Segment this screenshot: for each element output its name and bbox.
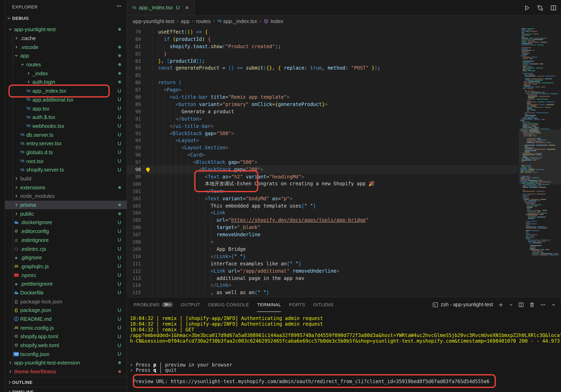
code-line-89[interactable]: 89 <button variant="primary" onClick={ge… <box>127 101 518 108</box>
code-line-94[interactable]: 94 <Layout> <box>127 137 518 144</box>
tree-item-app[interactable]: app <box>5 51 127 60</box>
tree-item--vscode[interactable]: .vscode <box>5 43 127 51</box>
tree-item-shopify-app-toml[interactable]: ⚙shopify.app.tomlU <box>5 332 127 341</box>
code-line-114[interactable]: 114 </Link> <box>127 282 518 289</box>
tree-item-root-tsx[interactable]: TSroot.tsxU <box>5 157 127 165</box>
panel-tab-gitlens[interactable]: GITLENS <box>313 297 334 312</box>
tree-item-dockerfile[interactable]: DockerfileU <box>5 288 127 297</box>
code-line-91[interactable]: 91 </button> <box>127 115 518 123</box>
code-line-99[interactable]: 99 <Text as="h2" variant="headingMd"> <box>127 173 518 180</box>
code-line-81[interactable]: 81 shopify.toast.show("Product created")… <box>127 43 518 50</box>
tree-item-theme-feierfitness[interactable]: theme-feierfitness <box>5 367 127 376</box>
tree-item-app-ysunlight-test[interactable]: app-ysunlight-test <box>5 25 127 34</box>
tree-item--dockerignore[interactable]: .dockerignoreU <box>5 218 127 227</box>
code-line-103[interactable]: 103 This embedded app template uses{" "} <box>127 202 518 209</box>
tree-item-db-server-ts[interactable]: TSdb.server.tsU <box>5 130 127 139</box>
open-changes-icon[interactable] <box>537 4 544 11</box>
code-line-115[interactable]: 115 , as well as an{" "} <box>127 289 518 296</box>
tree-item--npmrc[interactable]: .npmrcU <box>5 271 127 280</box>
breadcrumb-item-app[interactable]: app <box>181 18 189 24</box>
terminal-dropdown-icon[interactable] <box>509 302 513 307</box>
tree-item-public[interactable]: public <box>5 209 127 218</box>
panel-tab-ports[interactable]: PORTS <box>289 297 305 312</box>
tree-item-shopify-web-toml[interactable]: ⚙shopify.web.tomlU <box>5 341 127 350</box>
code-line-95[interactable]: 95 <Layout.Section> <box>127 144 518 151</box>
tree-item-app-ysunlight-test-extension[interactable]: app-ysunlight-test-extension <box>5 359 127 367</box>
split-terminal-icon[interactable] <box>518 302 524 308</box>
run-icon[interactable] <box>523 4 530 11</box>
code-line-79[interactable]: 79 useEffect(() => { <box>127 28 518 36</box>
tree-item-node-modules[interactable]: node_modules <box>5 192 127 201</box>
tree-item-package-lock-json[interactable]: {}package-lock.json <box>5 297 127 306</box>
tree-item-shopify-server-ts[interactable]: TSshopify.server.tsU <box>5 165 127 174</box>
panel-tab-debug-console[interactable]: DEBUG CONSOLE <box>208 297 249 312</box>
code-line-92[interactable]: 92 </ui-title-bar> <box>127 122 518 130</box>
code-line-107[interactable]: 107 removeUnderline <box>127 231 518 238</box>
code-line-80[interactable]: 80 if (productId) { <box>127 36 518 43</box>
kill-terminal-icon[interactable] <box>529 302 535 308</box>
lightbulb-icon[interactable] <box>146 167 150 171</box>
tree-item-package-json[interactable]: {}package.jsonU <box>5 306 127 315</box>
code-line-100[interactable]: 100 本地开发调试-Eshen Congrats on creating a … <box>127 180 518 188</box>
tree-item-remix-config-js[interactable]: JSremix.config.jsU <box>5 323 127 332</box>
terminal-output[interactable]: 18:04:32 │ remix │ [shopify-app/INFO] Au… <box>127 312 561 392</box>
tree-item--gitignore[interactable]: ◆.gitignoreU <box>5 253 127 262</box>
tree-item-extensions[interactable]: extensions <box>5 183 127 192</box>
maximize-panel-icon[interactable] <box>551 302 556 307</box>
code-line-90[interactable]: 90 Generate a product <box>127 108 518 115</box>
tree-item-app-tsx[interactable]: TSapp.tsxU <box>5 104 127 113</box>
tree-item-app-index-tsx[interactable]: TSapp._index.tsxU <box>5 86 127 95</box>
code-line-104[interactable]: 104 <Link <box>127 209 518 217</box>
code-line-111[interactable]: 111 interface examples like an{" "} <box>127 260 518 267</box>
tree-item--eslintignore[interactable]: ◎.eslintignoreU <box>5 236 127 244</box>
new-terminal-icon[interactable] <box>498 302 504 308</box>
code-line-88[interactable]: 88 <ui-title-bar title="Remix app templa… <box>127 94 518 101</box>
code-line-112[interactable]: 112 <Link url="/app/additional" removeUn… <box>127 267 518 275</box>
code-line-108[interactable]: 108 > <box>127 238 518 245</box>
split-editor-icon[interactable] <box>550 4 557 11</box>
tree-item--cache[interactable]: .cache <box>5 34 127 42</box>
tree-item--prettierignore[interactable]: ◆.prettierignoreU <box>5 280 127 288</box>
close-icon[interactable] <box>184 5 189 10</box>
code-line-98[interactable]: 98 <BlockStack gap="200"> <box>127 166 518 173</box>
breadcrumb-item-index[interactable]: Index <box>263 18 283 24</box>
terminal-instance[interactable]: zsh - app-ysunlight-test <box>432 302 493 308</box>
code-editor[interactable]: 79 useEffect(() => {80 if (productId) {8… <box>127 27 561 297</box>
tree-item--graphqlrc-js[interactable]: JS.graphqlrc.jsU <box>5 262 127 271</box>
code-line-93[interactable]: 93 <BlockStack gap="500"> <box>127 130 518 137</box>
code-line-113[interactable]: 113 additional page in the app nav <box>127 275 518 282</box>
panel-tab-problems[interactable]: PROBLEMS3K+ <box>134 297 173 312</box>
outline-section[interactable]: OUTLINE <box>5 377 127 387</box>
breadcrumb-item-app-ysunlight-test[interactable]: app-ysunlight-test <box>133 18 174 24</box>
code-line-101[interactable]: 101 </Text> <box>127 188 518 195</box>
code-line-97[interactable]: 97 <BlockStack gap="500"> <box>127 159 518 166</box>
tree-item-auth-login[interactable]: auth.login <box>5 78 127 86</box>
explorer-more-actions-icon[interactable] <box>116 3 122 11</box>
code-line-84[interactable]: 84 const generateProduct = () => submit(… <box>127 64 518 72</box>
tree-item-auth-tsx[interactable]: TSauth.$.tsxU <box>5 113 127 122</box>
code-line-87[interactable]: 87 <Page> <box>127 86 518 94</box>
tree-item--index[interactable]: _index <box>5 69 127 78</box>
tree-item-entry-server-tsx[interactable]: TSentry.server.tsxU <box>5 139 127 148</box>
more-actions-icon[interactable] <box>540 302 546 308</box>
tab-app-index-tsx[interactable]: TS app._index.tsx U <box>127 0 195 15</box>
tree-item-globals-d-ts[interactable]: TSglobals.d.tsU <box>5 148 127 157</box>
breadcrumb-item-routes[interactable]: routes <box>196 18 211 24</box>
code-line-110[interactable]: 110 </Link>{" "} <box>127 253 518 260</box>
breadcrumb-item-app-index-tsx[interactable]: TSapp._index.tsx <box>217 18 257 24</box>
code-line-109[interactable]: 109 App Bridge <box>127 245 518 253</box>
tree-item-routes[interactable]: routes <box>5 60 127 69</box>
code-line-82[interactable]: 82 } <box>127 50 518 57</box>
code-line-96[interactable]: 96 <Card> <box>127 151 518 159</box>
panel-tab-output[interactable]: OUTPUT <box>181 297 200 312</box>
code-line-102[interactable]: 102 <Text variant="bodyMd" as="p"> <box>127 195 518 202</box>
code-line-105[interactable]: 105 url="https://shopify.dev/docs/apps/t… <box>127 217 518 224</box>
code-line-83[interactable]: 83 }, [productId]); <box>127 57 518 64</box>
tree-item--editorconfig[interactable]: ⚙.editorconfigU <box>5 227 127 236</box>
tree-item-build[interactable]: build <box>5 174 127 183</box>
tree-item--eslintrc-cjs[interactable]: ⬡.eslintrc.cjsU <box>5 244 127 253</box>
tree-item-app-additional-tsx[interactable]: TSapp.additional.tsxU <box>5 95 127 104</box>
code-line-106[interactable]: 106 target="_blank" <box>127 224 518 231</box>
code-line-86[interactable]: 86 return ( <box>127 79 518 86</box>
tree-item-prisma[interactable]: prisma <box>5 201 127 209</box>
